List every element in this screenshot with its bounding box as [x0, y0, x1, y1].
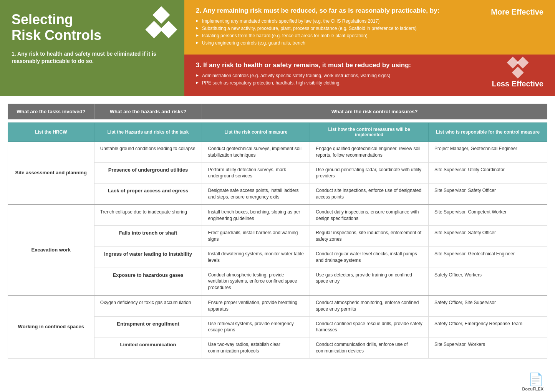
- hazard-3-3: Limited communication: [94, 337, 202, 359]
- hazard-3-1: Oxygen deficiency or toxic gas accumulat…: [94, 295, 202, 316]
- implementation-1-2: Use ground-penetrating radar, coordinate…: [310, 162, 429, 184]
- header-right-panel: 2. Any remaining risk must be reduced, s…: [184, 0, 555, 96]
- point3-item-2: PPE such as respiratory protection, hard…: [196, 80, 478, 86]
- column-header-row: What are the tasks involved? What are th…: [8, 104, 547, 119]
- more-effective-label: More Effective: [491, 8, 543, 16]
- table-row: Site assessment and planning Unstable gr…: [8, 142, 547, 163]
- task-confined-spaces: Working in confined spaces: [8, 295, 94, 358]
- point2-item-3: Isolating persons from the hazard (e.g. …: [196, 33, 478, 38]
- control-1-2: Perform utility detection surveys, mark …: [202, 162, 310, 184]
- point3-list: Administration controls (e.g. activity s…: [196, 73, 478, 86]
- sub-header-control-measure: List the risk control measure: [202, 123, 310, 142]
- responsible-3-3: Site Supervisor, Workers: [429, 337, 547, 359]
- main-content: What are the tasks involved? What are th…: [0, 96, 555, 366]
- control-3-3: Use two-way radios, establish clear comm…: [202, 337, 310, 359]
- hazard-2-2: Falls into trench or shaft: [94, 226, 202, 247]
- hazard-2-1: Trench collapse due to inadequate shorin…: [94, 205, 202, 226]
- sub-header-responsible: List who is responsible for the control …: [429, 123, 547, 142]
- point2-item-4: Using engineering controls (e.g. guard r…: [196, 40, 478, 46]
- control-2-4: Conduct atmospheric testing, provide ven…: [202, 268, 310, 295]
- sub-header-hazards-list: List the Hazards and risks of the task: [94, 123, 202, 142]
- responsible-3-2: Safety Officer, Emergency Response Team: [429, 316, 547, 337]
- implementation-2-1: Conduct daily inspections, ensure compli…: [310, 205, 429, 226]
- responsible-2-1: Site Supervisor, Competent Worker: [429, 205, 547, 226]
- point2-item-1: Implementing any mandated controls speci…: [196, 18, 478, 24]
- less-effective-badge: Less Effective: [492, 58, 543, 88]
- control-1-3: Designate safe access points, install la…: [202, 184, 310, 205]
- implementation-1-3: Conduct site inspections, enforce use of…: [310, 184, 429, 205]
- table-row: Working in confined spaces Oxygen defici…: [8, 295, 547, 316]
- control-2-3: Install dewatering systems, monitor wate…: [202, 246, 310, 268]
- control-3-1: Ensure proper ventilation, provide breat…: [202, 295, 310, 316]
- col-header-hazards: What are the hazards and risks?: [94, 104, 202, 119]
- header-top-orange: 2. Any remaining risk must be reduced, s…: [184, 0, 555, 55]
- implementation-1-1: Engage qualified geotechnical engineer, …: [310, 142, 429, 163]
- docuflex-area: 📄 DocuFLEX: [0, 366, 555, 392]
- point1-text: 1. Any risk to health and safety must be…: [12, 50, 173, 65]
- control-3-2: Use retrieval systems, provide emergency…: [202, 316, 310, 337]
- responsible-2-2: Site Supervisor, Safety Officer: [429, 226, 547, 247]
- point2-item-2: Substituting a new activity, procedure, …: [196, 26, 478, 31]
- responsible-1-1: Project Manager, Geotechnical Engineer: [429, 142, 547, 163]
- hazard-2-3: Ingress of water leading to instability: [94, 246, 202, 268]
- risk-control-table: What are the tasks involved? What are th…: [8, 104, 547, 359]
- implementation-2-3: Conduct regular water level checks, inst…: [310, 246, 429, 268]
- control-2-2: Erect guardrails, install barriers and w…: [202, 226, 310, 247]
- sub-header-row: List the HRCW List the Hazards and risks…: [8, 123, 547, 142]
- implementation-3-2: Conduct confined space rescue drills, pr…: [310, 316, 429, 337]
- responsible-1-3: Site Supervisor, Safety Officer: [429, 184, 547, 205]
- responsible-2-4: Safety Officer, Workers: [429, 268, 547, 295]
- hazard-3-2: Entrapment or engulfment: [94, 316, 202, 337]
- control-1-1: Conduct geotechnical surveys, implement …: [202, 142, 310, 163]
- header-section: Selecting Risk Controls 1. Any risk to h…: [0, 0, 555, 96]
- implementation-3-1: Conduct atmospheric monitoring, enforce …: [310, 295, 429, 316]
- hazard-1-3: Lack of proper access and egress: [94, 184, 202, 205]
- less-effective-label: Less Effective: [492, 79, 543, 88]
- header-left-panel: Selecting Risk Controls 1. Any risk to h…: [0, 0, 184, 96]
- point3-heading: 3. If any risk to health or safety remai…: [196, 61, 478, 69]
- hazard-1-2: Presence of underground utilities: [94, 162, 202, 184]
- sub-header-hrcw: List the HRCW: [8, 123, 94, 142]
- responsible-2-3: Site Supervisor, Geotechnical Engineer: [429, 246, 547, 268]
- responsible-1-2: Site Supervisor, Utility Coordinator: [429, 162, 547, 184]
- point3-item-1: Administration controls (e.g. activity s…: [196, 73, 478, 78]
- implementation-2-4: Use gas detectors, provide training on c…: [310, 268, 429, 295]
- table-row: Excavation work Trench collapse due to i…: [8, 205, 547, 226]
- hazard-2-4: Exposure to hazardous gases: [94, 268, 202, 295]
- docuflex-label: DocuFLEX: [522, 387, 543, 391]
- header-bottom-red: 3. If any risk to health or safety remai…: [184, 55, 555, 96]
- task-site-assessment: Site assessment and planning: [8, 142, 94, 205]
- sub-header-implementation: List how the control measures will be im…: [310, 123, 429, 142]
- docuflex-icon: 📄: [528, 372, 543, 387]
- col-header-controls: What are the risk control measures?: [202, 104, 547, 119]
- more-effective-badge: More Effective: [491, 8, 543, 17]
- task-excavation: Excavation work: [8, 205, 94, 295]
- hazard-1-1: Unstable ground conditions leading to co…: [94, 142, 202, 163]
- implementation-2-2: Regular inspections, site inductions, en…: [310, 226, 429, 247]
- implementation-3-3: Conduct communication drills, enforce us…: [310, 337, 429, 359]
- point2-list: Implementing any mandated controls speci…: [196, 18, 478, 46]
- point2-heading: 2. Any remaining risk must be reduced, s…: [196, 7, 478, 15]
- responsible-3-1: Safety Officer, Site Supervisor: [429, 295, 547, 316]
- control-2-1: Install trench boxes, benching, sloping …: [202, 205, 310, 226]
- spacer-row: [8, 119, 547, 123]
- col-header-tasks: What are the tasks involved?: [8, 104, 94, 119]
